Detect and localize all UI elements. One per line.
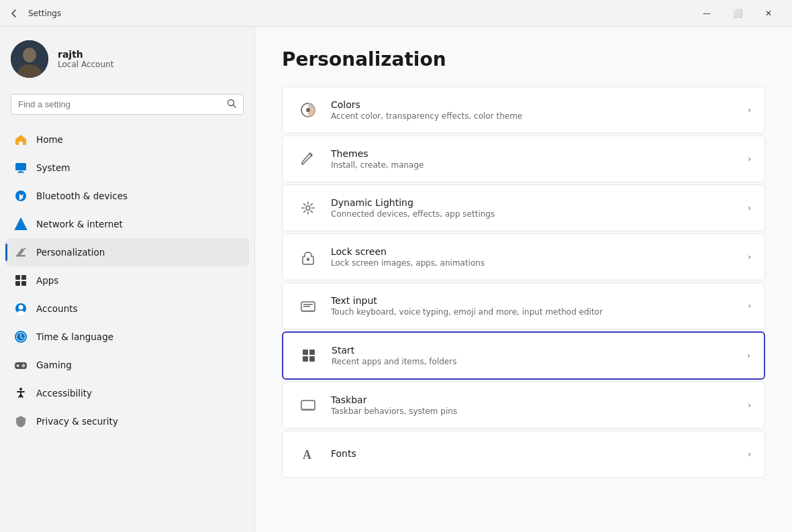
settings-item-dynamic-lighting[interactable]: Dynamic Lighting Connected devices, effe…	[282, 184, 765, 231]
svg-line-37	[311, 211, 312, 212]
svg-rect-53	[301, 409, 315, 411]
fonts-text: Fonts	[331, 448, 748, 460]
search-icon	[227, 99, 236, 110]
svg-line-39	[304, 211, 305, 212]
bluetooth-icon	[13, 189, 28, 203]
close-button[interactable]: ✕	[753, 0, 784, 27]
app-title: Settings	[28, 9, 61, 18]
fonts-title: Fonts	[331, 448, 748, 459]
personalization-icon	[13, 245, 28, 260]
time-icon	[13, 329, 28, 344]
svg-point-31	[306, 206, 310, 210]
user-account-type: Local Account	[58, 60, 113, 69]
colors-icon	[296, 98, 320, 122]
sidebar-item-personalization[interactable]: Personalization	[5, 238, 249, 266]
sidebar: rajth Local Account	[0, 27, 255, 532]
sidebar-item-label-personalization: Personalization	[36, 247, 105, 258]
dynamic-lighting-desc: Connected devices, effects, app settings	[331, 209, 748, 219]
chevron-icon: ›	[748, 105, 751, 115]
maximize-button[interactable]: ⬜	[722, 0, 753, 27]
page-title: Personalization	[282, 48, 765, 70]
settings-item-text-input[interactable]: Text input Touch keyboard, voice typing,…	[282, 282, 765, 329]
chevron-icon: ›	[748, 449, 751, 459]
settings-item-themes[interactable]: Themes Install, create, manage ›	[282, 136, 765, 182]
colors-desc: Accent color, transparency effects, colo…	[331, 111, 748, 121]
svg-point-27	[24, 365, 26, 366]
sidebar-item-home[interactable]: Home	[5, 125, 249, 154]
text-input-title: Text input	[331, 295, 748, 306]
sidebar-item-apps[interactable]: Apps	[5, 266, 249, 295]
taskbar-icon	[296, 393, 320, 417]
sidebar-item-gaming[interactable]: Gaming	[5, 351, 249, 379]
settings-item-fonts[interactable]: A Fonts ›	[282, 431, 765, 478]
sidebar-item-label-privacy: Privacy & security	[36, 416, 118, 427]
svg-rect-15	[21, 281, 26, 286]
start-text: Start Recent apps and items, folders	[332, 345, 747, 366]
sidebar-item-bluetooth[interactable]: Bluetooth & devices	[5, 182, 249, 210]
lock-screen-text: Lock screen Lock screen images, apps, an…	[331, 246, 748, 268]
start-title: Start	[332, 345, 747, 356]
svg-rect-48	[303, 350, 308, 355]
nav-section: Home System	[0, 125, 254, 435]
svg-rect-13	[21, 275, 26, 280]
sidebar-item-label-accessibility: Accessibility	[36, 388, 92, 398]
themes-text: Themes Install, create, manage	[331, 148, 748, 170]
title-bar-left: Settings	[8, 7, 61, 19]
dynamic-lighting-text: Dynamic Lighting Connected devices, effe…	[331, 197, 748, 219]
svg-rect-6	[19, 171, 23, 172]
user-profile[interactable]: rajth Local Account	[0, 27, 254, 89]
svg-rect-51	[309, 356, 315, 362]
svg-rect-7	[17, 172, 24, 173]
svg-point-24	[23, 364, 24, 366]
sidebar-item-label-network: Network & internet	[36, 219, 123, 229]
network-icon	[13, 217, 28, 231]
colors-text: Colors Accent color, transparency effect…	[331, 99, 748, 121]
lock-screen-icon	[296, 245, 320, 269]
sidebar-item-accessibility[interactable]: Accessibility	[5, 379, 249, 407]
system-icon	[13, 160, 28, 175]
svg-line-38	[311, 204, 312, 205]
svg-point-26	[22, 365, 23, 366]
sidebar-item-system[interactable]: System	[5, 154, 249, 182]
svg-rect-46	[303, 304, 313, 305]
avatar	[11, 40, 48, 78]
svg-rect-47	[303, 306, 310, 307]
settings-item-taskbar[interactable]: Taskbar Taskbar behaviors, system pins ›	[282, 382, 765, 429]
svg-rect-49	[309, 350, 315, 355]
dynamic-lighting-title: Dynamic Lighting	[331, 197, 748, 208]
dynamic-lighting-icon	[296, 196, 320, 220]
chevron-icon: ›	[747, 351, 750, 360]
sidebar-item-label-apps: Apps	[36, 275, 58, 286]
sidebar-item-privacy[interactable]: Privacy & security	[5, 407, 249, 435]
sidebar-item-accounts[interactable]: Accounts	[5, 295, 249, 323]
settings-item-colors[interactable]: Colors Accent color, transparency effect…	[282, 87, 765, 134]
svg-rect-45	[301, 310, 315, 312]
taskbar-desc: Taskbar behaviors, system pins	[331, 407, 748, 416]
chevron-icon: ›	[748, 401, 751, 410]
chevron-icon: ›	[748, 252, 751, 262]
themes-icon	[296, 147, 320, 171]
lock-screen-desc: Lock screen images, apps, animations	[331, 258, 748, 268]
user-info: rajth Local Account	[58, 49, 113, 69]
lock-screen-title: Lock screen	[331, 246, 748, 257]
minimize-button[interactable]: —	[691, 0, 722, 27]
start-desc: Recent apps and items, folders	[332, 357, 747, 366]
text-input-text: Text input Touch keyboard, voice typing,…	[331, 295, 748, 317]
sidebar-item-label-system: System	[36, 162, 70, 173]
back-button[interactable]	[8, 7, 20, 19]
chevron-icon: ›	[748, 203, 751, 213]
settings-item-start[interactable]: Start Recent apps and items, folders ›	[282, 331, 765, 380]
fonts-icon: A	[296, 442, 320, 466]
sidebar-item-time[interactable]: Time & language	[5, 323, 249, 351]
themes-title: Themes	[331, 148, 748, 159]
accessibility-icon	[13, 386, 28, 401]
svg-rect-5	[15, 163, 26, 170]
taskbar-title: Taskbar	[331, 394, 748, 405]
sidebar-item-network[interactable]: Network & internet	[5, 210, 249, 238]
svg-point-17	[19, 305, 23, 310]
settings-item-lock-screen[interactable]: Lock screen Lock screen images, apps, an…	[282, 233, 765, 280]
themes-desc: Install, create, manage	[331, 160, 748, 170]
search-box[interactable]	[11, 94, 244, 115]
search-input[interactable]	[18, 99, 221, 109]
chevron-icon: ›	[748, 301, 751, 311]
